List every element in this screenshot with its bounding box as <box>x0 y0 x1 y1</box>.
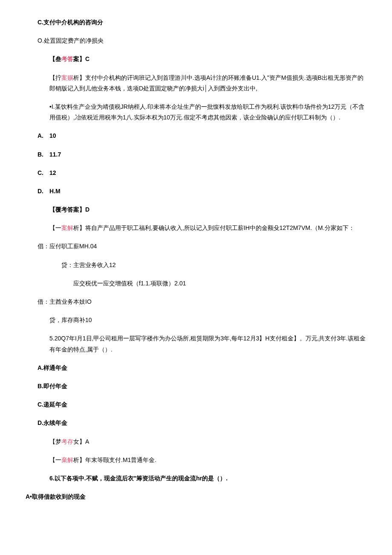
text-segment: 贷：主营业务收入12 <box>61 262 116 268</box>
text-segment: 样通年金 <box>43 364 67 371</box>
text-segment: C. <box>37 401 43 408</box>
text-line: 借：主酋业务本妓IO <box>26 296 366 307</box>
text-segment: 案赐 <box>61 74 73 81</box>
text-line: 【一案解析】将自产产品用于职工福利,要确认收入,所以记入到应付职工薪IH中的金额… <box>26 223 366 233</box>
text-segment: 6. <box>49 475 55 482</box>
text-segment: D. <box>37 419 43 426</box>
text-segment: 以下各项中.不赋，现金流后衣"筹资活动产生的现金流hr的是（）. <box>55 475 228 482</box>
text-segment: 倡：应付职工薪MH.04 <box>37 243 97 250</box>
document-body: C.支付中介机构的咨询分O.处置固定费产的净损央【叁考答案】C【拧案赐析】支付中… <box>26 17 366 502</box>
text-segment: 支付中介机构的咨询分 <box>43 19 103 26</box>
text-line: 5.20Q7年I月1日,甲公司租用一层写字楼作为办公场所,租赁期限为3年,每年1… <box>26 333 366 355</box>
text-line: 【拧案赐析】支付中介机构的讦询班记入到首理游川中.选项A计注的环账准备U1.入"… <box>26 73 366 94</box>
text-line: C. 12 <box>26 168 366 178</box>
text-segment: 【一 <box>49 224 61 231</box>
text-segment: O. <box>37 37 44 44</box>
text-line: 应交税优一应交增值税（f1.1.项联微）2.01 <box>26 278 366 289</box>
text-line: 【梦考存女】A <box>26 436 366 447</box>
text-segment: 递延年金 <box>43 401 67 408</box>
text-segment: 女】A <box>73 438 89 445</box>
text-line: B.即付年金 <box>26 381 366 392</box>
text-line: O.处置固定费产的净损央 <box>26 35 366 46</box>
text-segment: 案解 <box>61 224 73 231</box>
text-segment: 【覆考答案】D <box>49 206 89 213</box>
text-segment: 永续年金 <box>43 419 67 426</box>
text-line: A.样通年金 <box>26 363 366 373</box>
text-line: D.永续年金 <box>26 418 366 428</box>
text-segment: D. H.M <box>37 188 61 195</box>
text-line: 【一棄解析】年末等颐支付.M1普通年金. <box>26 455 366 465</box>
text-line: A•取得借款收到的现金 <box>26 491 366 502</box>
text-segment: 棄解 <box>61 456 73 463</box>
text-line: C.支付中介机构的咨询分 <box>26 17 366 28</box>
text-segment: B. 11.7 <box>37 151 61 158</box>
text-line: C.递延年金 <box>26 399 366 410</box>
text-line: 【覆考答案】D <box>26 204 366 215</box>
text-line: 贷，库存商补10 <box>26 315 366 325</box>
text-line: A. 10 <box>26 131 366 141</box>
text-segment: 考答 <box>61 55 73 62</box>
text-line: 贷：主营业务收入12 <box>26 260 366 270</box>
text-segment: 案】C <box>73 55 89 62</box>
text-line: 【叁考答案】C <box>26 54 366 64</box>
text-segment: B. <box>37 383 43 389</box>
text-line: D. H.M <box>26 186 366 197</box>
text-segment: C. <box>37 19 43 26</box>
text-segment: 考存 <box>61 438 73 445</box>
text-segment: 析】支付中介机构的讦询班记入到首理游川中.选项A计注的环账准备U1.入"资产M值… <box>49 74 363 92</box>
text-segment: 即付年金 <box>43 383 67 389</box>
text-segment: 【拧 <box>49 74 61 81</box>
text-segment: 应交税优一应交增值税（f1.1.项联微）2.01 <box>61 280 186 287</box>
text-segment: 【梦 <box>49 438 61 445</box>
text-line: B. 11.7 <box>26 149 366 160</box>
text-segment: 析】将自产产品用于职工福利,要确认收入,所以记入到应付职工薪IH中的金额殳12T… <box>73 224 355 231</box>
text-segment: 【一 <box>49 456 61 463</box>
text-segment: C. 12 <box>37 169 56 176</box>
text-segment: 5.20Q7年I月1日,甲公司租用一层写字楼作为办公场所,租赁期限为3年,每年1… <box>49 335 366 352</box>
text-segment: 处置固定费产的净损央 <box>44 37 104 44</box>
text-segment: A•取得借款收到的现金 <box>26 493 86 500</box>
text-segment: •I.某饮料生产企业为靖债税JR纳桎人.印未将本企址生产的一批愎料发放给职工作为… <box>49 103 364 121</box>
text-segment: 析】年末等颐支付.M1普通年金. <box>73 456 156 463</box>
text-line: 倡：应付职工薪MH.04 <box>26 241 366 252</box>
text-segment: 借：主酋业务本妓IO <box>37 298 92 305</box>
text-segment: A. 10 <box>37 132 56 139</box>
text-segment: 贷，库存商补10 <box>49 317 92 323</box>
text-segment: A. <box>37 364 43 371</box>
text-line: 6.以下各项中.不赋，现金流后衣"筹资活动产生的现金流hr的是（）. <box>26 473 366 484</box>
text-segment: 【叁 <box>49 55 61 62</box>
text-line: •I.某饮料生产企业为靖债税JR纳桎人.印未将本企址生产的一批愎料发放给职工作为… <box>26 102 366 123</box>
